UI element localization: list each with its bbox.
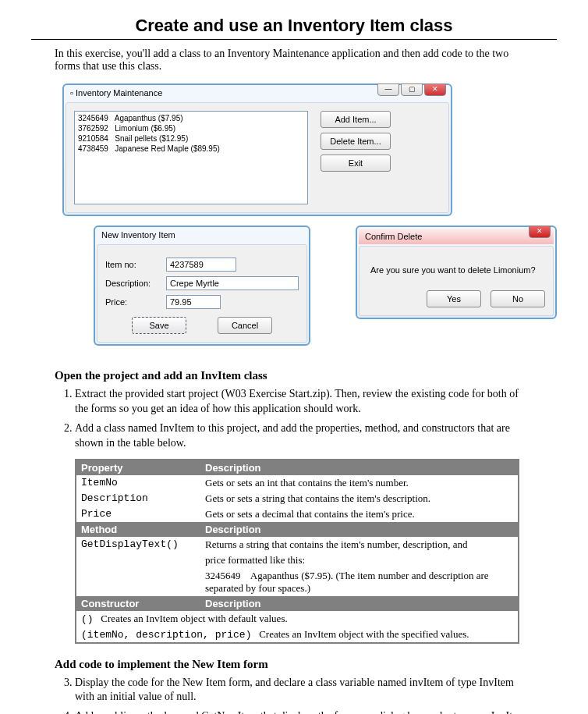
itemno-field[interactable]	[166, 258, 236, 272]
section-heading-1: Open the project and add an InvItem clas…	[55, 369, 533, 382]
window-inventory-maintenance: — ▢ ✕ ▫ Inventory Maintenance 3245649 Ag…	[62, 83, 452, 216]
th-description: Description	[200, 596, 519, 611]
method-desc-line2: price formatted like this:	[200, 552, 519, 568]
price-label: Price:	[105, 297, 160, 307]
delete-item-button[interactable]: Delete Item...	[321, 133, 391, 150]
method-desc-line3: 3245649 Agapanthus ($7.95). (The item nu…	[200, 568, 519, 596]
ctor-default: ()	[81, 613, 94, 625]
window-confirm-delete: ✕ Confirm Delete Are you sure you want t…	[356, 226, 557, 319]
description-label: Description:	[105, 279, 160, 288]
prop-itemno-desc: Gets or sets an int that contains the it…	[200, 475, 519, 491]
itemno-label: Item no:	[105, 260, 160, 269]
prop-price-desc: Gets or sets a decimal that contains the…	[200, 506, 519, 522]
ctor-default-row: () Creates an InvItem object with defaul…	[76, 611, 519, 627]
th-method: Method	[76, 522, 200, 537]
prop-description: Description	[76, 491, 200, 506]
minimize-icon[interactable]: —	[377, 83, 399, 96]
save-button[interactable]: Save	[132, 317, 186, 334]
app-icon: ▫	[70, 88, 73, 98]
th-property: Property	[76, 460, 200, 475]
yes-button[interactable]: Yes	[427, 290, 481, 307]
window-new-item: New Inventory Item Item no: Description:…	[94, 226, 310, 346]
confirm-message: Are you sure you want to delete Limonium…	[370, 265, 542, 275]
prop-description-desc: Gets or sets a string that contains the …	[200, 491, 519, 506]
add-item-button[interactable]: Add Item...	[321, 111, 391, 128]
description-field[interactable]	[166, 276, 299, 290]
th-constructor: Constructor	[76, 596, 200, 611]
step-2: Add a class named InvItem to this projec…	[75, 421, 533, 451]
step-4: Add a public method named GetNewItem tha…	[75, 709, 533, 714]
method-getdisplaytext: GetDisplayText()	[76, 537, 200, 552]
invitem-spec-table: Property Description ItemNo Gets or sets…	[75, 459, 519, 644]
ctor-params: (itemNo, description, price)	[81, 629, 251, 641]
step-3: Display the code for the New Item form, …	[75, 676, 533, 705]
ctor-default-desc: Creates an InvItem object with default v…	[101, 613, 287, 624]
no-button[interactable]: No	[491, 290, 545, 307]
cancel-button[interactable]: Cancel	[218, 317, 272, 334]
inventory-listbox[interactable]: 3245649 Agapanthus ($7.95) 3762592 Limon…	[74, 111, 308, 204]
th-description: Description	[200, 522, 519, 537]
ctor-params-row: (itemNo, description, price) Creates an …	[76, 627, 519, 643]
exit-button[interactable]: Exit	[321, 155, 391, 172]
price-field[interactable]	[166, 295, 221, 309]
section-heading-2: Add code to implement the New Item form	[55, 658, 533, 671]
window-title-text: Inventory Maintenance	[76, 88, 162, 98]
window-title: New Inventory Item	[95, 227, 309, 243]
th-description: Description	[200, 460, 519, 475]
maximize-icon[interactable]: ▢	[401, 83, 423, 96]
step-1: Extract the provided start project (W03 …	[75, 387, 533, 417]
window-title: Confirm Delete	[359, 229, 554, 244]
method-getdisplaytext-desc: Returns a string that contains the item'…	[200, 537, 519, 552]
page-title: Create and use an Inventory Item class	[31, 16, 557, 36]
close-icon[interactable]: ✕	[424, 83, 446, 96]
intro-text: In this exercise, you'll add a class to …	[55, 48, 533, 73]
ctor-params-desc: Creates an InvItem object with the speci…	[259, 628, 469, 640]
prop-price: Price	[76, 506, 200, 522]
close-icon[interactable]: ✕	[529, 226, 551, 238]
title-rule	[31, 39, 557, 40]
prop-itemno: ItemNo	[76, 475, 200, 491]
